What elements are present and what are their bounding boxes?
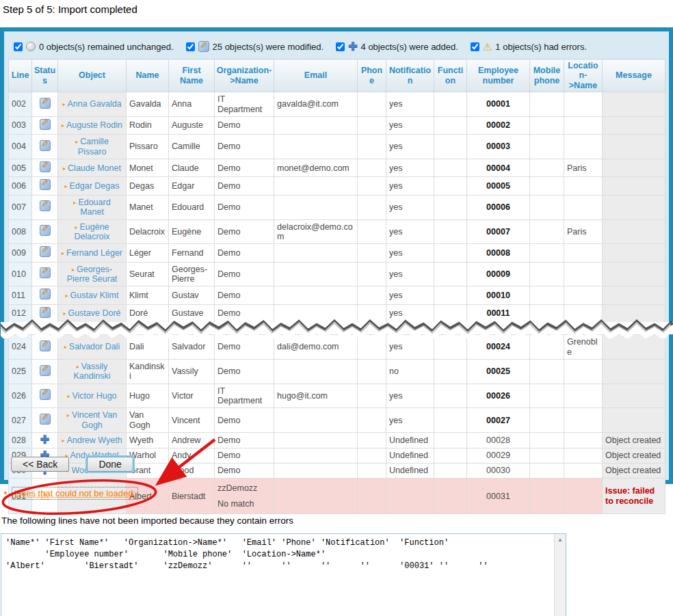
object-link[interactable]: Victor Hugo [72, 391, 116, 401]
message-cell: Object created [603, 463, 665, 478]
object-cell: ▸Georges-Pierre Seurat [58, 262, 127, 286]
object-cell: ▸Camille Pissaro [58, 135, 127, 159]
email-cell [274, 135, 358, 159]
org-cell: Demo [215, 262, 274, 286]
org-cell: Demo [215, 195, 274, 219]
org-value: Demo [217, 436, 271, 445]
summary-unchanged: 0 objects(s) remained unchanged. [14, 42, 174, 52]
first-name-cell: Victor [169, 384, 215, 408]
location-cell [564, 433, 603, 448]
employee-number-value: 00004 [486, 163, 510, 173]
table-header: Line Status Object Name First Name Organ… [9, 59, 665, 92]
notification-cell: Undefined [386, 463, 434, 478]
phone-cell [358, 135, 386, 159]
object-bullet-icon: ▸ [75, 139, 78, 145]
function-cell [434, 262, 467, 286]
back-button[interactable]: << Back [11, 457, 69, 472]
function-cell [434, 408, 467, 433]
notification-cell: Undefined [386, 448, 434, 463]
error-warning-icon: ⚠ [483, 42, 492, 52]
object-bullet-icon: ▸ [62, 250, 64, 256]
line-cell: 008 [9, 219, 32, 244]
org-reconcile-note: No match [217, 499, 271, 509]
import-result-panel: 0 objects(s) remained unchanged. ✎ 25 ob… [0, 27, 673, 484]
object-link[interactable]: Fernand Léger [66, 248, 122, 258]
org-cell: Demo [215, 159, 274, 177]
done-button[interactable]: Done [87, 457, 133, 472]
object-link[interactable]: Andrew Wyeth [66, 436, 122, 445]
added-plus-icon: ✚ [348, 42, 357, 51]
location-cell: Paris [564, 159, 603, 177]
status-cell: ✎ [32, 408, 58, 433]
name-cell: Kandinski [127, 359, 169, 384]
phone-cell [358, 479, 386, 514]
phone-cell [358, 159, 386, 177]
object-link[interactable]: Gustav Klimt [70, 291, 119, 300]
phone-cell [358, 408, 386, 433]
status-cell: ✎ [32, 195, 58, 219]
function-cell [434, 479, 467, 514]
first-name-cell: Vincent [169, 408, 215, 433]
object-link[interactable]: Gustave Doré [68, 308, 120, 318]
mobile-cell [530, 286, 564, 304]
object-link[interactable]: Salvador Dali [69, 342, 120, 351]
location-cell [564, 448, 603, 463]
employee-number-cell: 00026 [467, 384, 530, 408]
function-cell [434, 219, 467, 244]
name-cell: Pissaro [127, 135, 169, 159]
table-row-line-005: 005✎▸Claude MonetMonetClaudeDemomonet@de… [9, 159, 665, 177]
object-link[interactable]: Anna Gavalda [67, 99, 121, 109]
object-link[interactable]: Eugène Delacroix [74, 222, 109, 241]
email-cell: hugo@it.com [274, 384, 358, 408]
object-link[interactable]: Edouard Manet [78, 198, 110, 217]
mobile-cell [530, 116, 564, 134]
table-row-line-025: 025✎▸Vassily KandinskiKandinskiVassilyDe… [9, 359, 665, 384]
object-cell: ▸Anna Gavalda [58, 92, 127, 117]
message-cell [603, 219, 665, 244]
mobile-cell [530, 195, 564, 219]
message-value: Object created [605, 451, 661, 460]
object-link[interactable]: Edgar Degas [70, 181, 120, 191]
line-cell: 003 [9, 116, 32, 134]
column-header-organization: Organization->Name [215, 59, 274, 92]
status-cell: ✎ [32, 286, 58, 304]
object-link[interactable]: Claude Monet [68, 163, 121, 173]
modified-label: 25 objects(s) were modified. [213, 42, 324, 52]
employee-number-value: 00006 [486, 202, 510, 212]
modified-checkbox[interactable] [186, 42, 195, 51]
org-value: zzDemozz [217, 483, 271, 493]
torn-paper-separator [9, 323, 665, 335]
object-link[interactable]: Auguste Rodin [66, 120, 122, 130]
employee-number-value: 00002 [486, 120, 510, 130]
object-cell: ▸Vincent Van Gogh [58, 408, 127, 433]
email-cell [274, 177, 358, 195]
location-cell [564, 135, 603, 159]
status-cell: ✎ [32, 219, 58, 244]
object-link[interactable]: Camille Pissaro [78, 137, 109, 156]
mobile-cell [530, 219, 564, 244]
employee-number-cell: 00025 [467, 359, 530, 384]
line-cell: 011 [9, 286, 32, 304]
column-header-function: Function [434, 59, 467, 92]
dump-scrollbar[interactable]: ▲ [554, 534, 566, 616]
table-row-line-028: 028✚▸Andrew WyethWyethAndrewDemoUndefine… [9, 433, 665, 448]
unchanged-checkbox[interactable] [14, 42, 23, 51]
notification-cell: yes [386, 244, 434, 262]
object-link[interactable]: Vincent Van Gogh [72, 410, 117, 429]
import-wizard-page: Step 5 of 5: Import completed 0 objects(… [0, 0, 673, 616]
phone-cell [358, 116, 386, 134]
error-dump-box[interactable]: 'Name*' 'First Name*' 'Organization->Nam… [1, 533, 566, 616]
line-cell: 002 [9, 92, 32, 117]
status-cell: ✎ [32, 177, 58, 195]
first-name-cell: Andrew [169, 433, 215, 448]
status-cell: ✎ [32, 135, 58, 159]
errors-checkbox[interactable] [471, 42, 479, 51]
errors-label: 1 objects(s) had errors. [495, 42, 587, 52]
added-checkbox[interactable] [336, 42, 345, 51]
table-row-line-027: 027✎▸Vincent Van GoghVan GoghVincentDemo… [9, 408, 665, 433]
message-cell [603, 195, 665, 219]
name-cell: Seurat [127, 262, 169, 286]
lines-not-loaded-link[interactable]: Lines that could not be loaded: [12, 487, 138, 500]
employee-number-cell: 00002 [467, 116, 530, 134]
object-bullet-icon: ▸ [73, 200, 76, 206]
